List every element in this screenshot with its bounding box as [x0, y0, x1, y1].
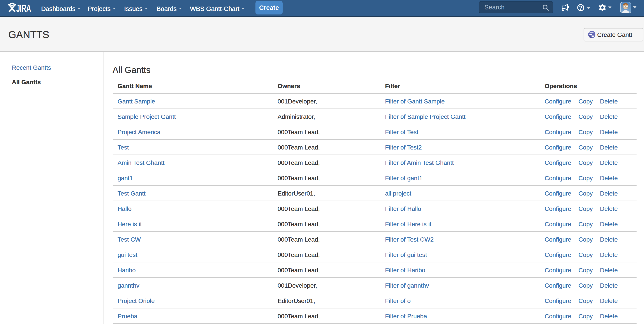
- svg-text:JIRA: JIRA: [16, 2, 31, 13]
- svg-text:?: ?: [579, 5, 582, 11]
